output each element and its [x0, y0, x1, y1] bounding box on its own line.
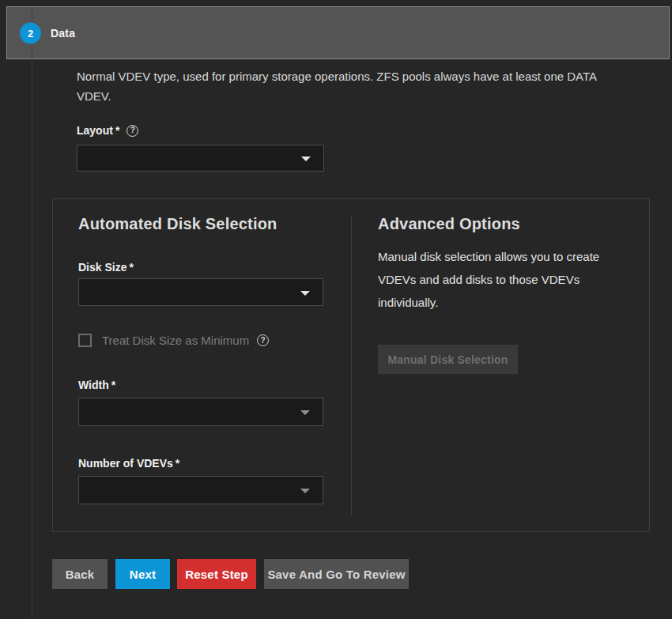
reset-step-button[interactable]: Reset Step	[177, 559, 256, 589]
number-of-vdevs-label: Number of VDEVs*	[78, 457, 179, 470]
automated-disk-selection-title: Automated Disk Selection	[78, 215, 277, 233]
help-icon[interactable]: ?	[126, 125, 138, 137]
next-button[interactable]: Next	[115, 559, 170, 589]
manual-disk-selection-button[interactable]: Manual Disk Selection	[378, 345, 518, 374]
number-of-vdevs-select[interactable]	[78, 476, 323, 504]
required-marker: *	[176, 457, 179, 470]
number-of-vdevs-label-text: Number of VDEVs	[78, 457, 173, 470]
layout-select[interactable]	[77, 145, 324, 172]
help-icon[interactable]: ?	[257, 334, 269, 346]
step-number: 2	[28, 27, 33, 39]
chevron-down-icon	[301, 157, 311, 161]
step-number-badge: 2	[20, 22, 41, 43]
step-title: Data	[51, 27, 75, 40]
disk-selection-panel: Automated Disk Selection Disk Size* Trea…	[52, 198, 650, 532]
treat-disk-size-minimum-checkbox[interactable]	[78, 334, 92, 347]
save-and-go-to-review-button[interactable]: Save And Go To Review	[264, 559, 409, 589]
stepper-connector-line	[32, 60, 32, 619]
back-button[interactable]: Back	[52, 559, 108, 589]
width-select[interactable]	[78, 398, 323, 426]
chevron-down-icon	[300, 291, 310, 296]
pool-creation-wizard-step: 2 Data Normal VDEV type, used for primar…	[0, 0, 672, 619]
disk-size-label: Disk Size*	[78, 261, 134, 274]
required-marker: *	[115, 124, 119, 137]
chevron-down-icon	[300, 410, 310, 415]
advanced-options-description: Manual disk selection allows you to crea…	[378, 245, 617, 314]
treat-disk-size-minimum-label: Treat Disk Size as Minimum	[102, 334, 249, 347]
treat-disk-size-minimum-row: Treat Disk Size as Minimum ?	[78, 334, 269, 347]
required-marker: *	[111, 379, 115, 391]
layout-label-text: Layout	[77, 124, 113, 137]
chevron-down-icon	[300, 489, 310, 493]
disk-size-label-text: Disk Size	[78, 261, 126, 274]
step-description: Normal VDEV type, used for primary stora…	[77, 66, 610, 106]
layout-label: Layout* ?	[77, 124, 138, 137]
column-divider	[351, 217, 352, 515]
width-label-text: Width	[78, 379, 109, 391]
required-marker: *	[129, 261, 133, 274]
disk-size-select[interactable]	[78, 278, 323, 306]
width-label: Width*	[78, 379, 115, 391]
step-header-data[interactable]: 2 Data	[6, 6, 670, 59]
advanced-options-title: Advanced Options	[378, 215, 520, 233]
